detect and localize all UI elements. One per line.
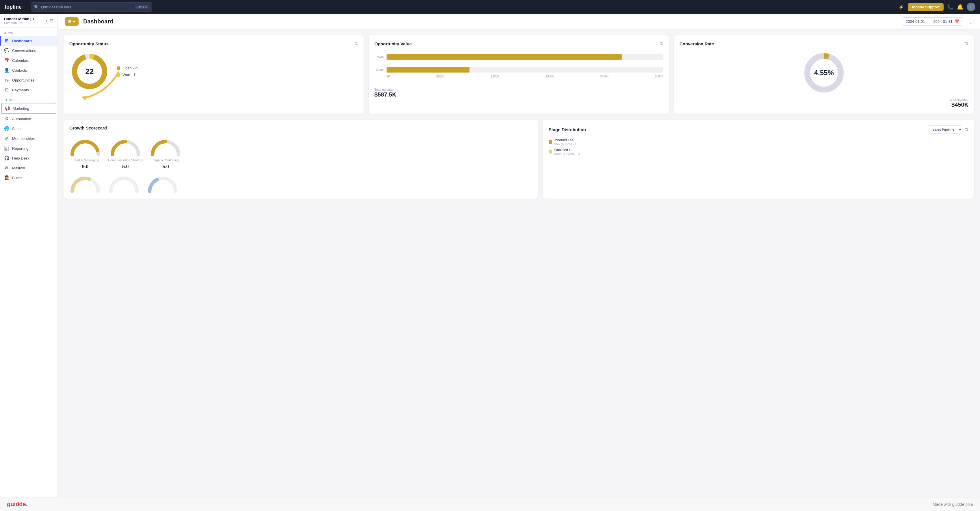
filter-icon[interactable]: ⇅ (965, 41, 969, 46)
scorecard-value-brand: 9.0 (82, 164, 88, 169)
bar-label-open: Open (374, 68, 384, 72)
card-title: Opportunity Status (69, 41, 109, 46)
topnav: topline 🔍 Quick search here Ctrl + K ⚡ t… (0, 0, 980, 14)
date-end: 2024-01-31 (934, 19, 953, 24)
scorecard-value-comm: 5.0 (122, 164, 129, 169)
bottom-row: Growth Scorecard Brand & Messaging 9.0 (64, 119, 974, 199)
sidebar-item-butler[interactable]: 🤵 Butler (0, 173, 57, 183)
total-revenue-label: Total revenue (374, 88, 396, 91)
conversion-pct: 4.55% (814, 69, 834, 77)
gauge-organic-svg (150, 137, 181, 156)
gauge-extra1 (69, 174, 101, 193)
workspace-chevron-icon: ▾ (46, 19, 48, 23)
card-header: Stage Distribution Sales Pipeline ⇅ (549, 126, 969, 134)
sidebar-item-mailfold[interactable]: ✉ Mailfold (0, 163, 57, 173)
sidebar-item-calendars[interactable]: 📅 Calendars (0, 56, 57, 65)
stat-row: Total revenue $587.5K (374, 84, 663, 98)
scorecard-label-brand: Brand & Messaging (72, 158, 99, 162)
sidebar-item-contacts[interactable]: 👤 Contacts (0, 65, 57, 75)
payments-icon: ⊟ (4, 87, 9, 92)
content-area: ⊞ ▾ Dashboard 2024-01-01 → 2024-01-31 📅 … (58, 14, 980, 497)
sidebar-item-label: Opportunities (12, 78, 34, 82)
sidebar-item-marketing[interactable]: 📢 Marketing (1, 103, 56, 114)
layout-icon[interactable]: ⊟ (50, 18, 53, 24)
svg-marker-3 (81, 96, 87, 100)
sidebar-item-label: Help Desk (12, 156, 29, 161)
calendars-icon: 📅 (4, 58, 9, 63)
search-bar[interactable]: 🔍 Quick search here Ctrl + K (31, 2, 152, 11)
mailfold-icon: ✉ (4, 165, 9, 170)
won-revenue-stat: Won revenue $450K (679, 98, 969, 108)
sidebar-item-label: Mailfold (12, 166, 25, 170)
filter-icon[interactable]: ⇅ (965, 127, 969, 132)
stage-controls: Sales Pipeline ⇅ (928, 126, 969, 134)
legend-item-open: Open - 21 (117, 66, 139, 70)
sidebar-item-payments[interactable]: ⊟ Payments (0, 85, 57, 95)
marketing-icon: 📢 (5, 106, 10, 111)
pipeline-select[interactable]: Sales Pipeline (928, 126, 963, 134)
scorecard-item-organic: Organic Marketing 5.0 (150, 137, 181, 169)
topnav-right: ⚡ topline Support 📞 🔔 U (899, 3, 975, 11)
sidebar-item-conversations[interactable]: 💬 Conversations (0, 46, 57, 56)
sidebar-item-helpdesk[interactable]: 🎧 Help Desk (0, 153, 57, 163)
sidebar-item-dashboard[interactable]: ⊞ Dashboard (0, 36, 57, 46)
scorecard-items: Brand & Messaging 9.0 Communication Stra… (69, 135, 533, 169)
more-options-icon[interactable]: ⋮ (968, 19, 973, 25)
sidebar-item-label: Conversations (12, 49, 36, 53)
donut-chart: 22 (69, 51, 110, 92)
page-title: Dashboard (83, 18, 113, 25)
x-label-4: $400K (600, 75, 609, 78)
bar-label-won: Won (374, 55, 384, 59)
stage-label-0: Inbound Lea... (554, 138, 577, 142)
card-title: Opportunity Value (374, 41, 412, 46)
sites-icon: 🌐 (4, 126, 9, 131)
bar-fill-open (387, 67, 469, 73)
sidebar-item-label: Butler (12, 176, 22, 180)
search-placeholder-text: Quick search here (41, 5, 72, 9)
view-button-chevron: ▾ (73, 19, 75, 24)
x-label-2: $200K (491, 75, 499, 78)
opportunities-icon: ◎ (4, 78, 9, 83)
gauge-extra3 (147, 174, 178, 193)
support-button[interactable]: topline Support (908, 3, 943, 11)
card-header: Growth Scorecard (69, 126, 533, 131)
workspace-selector[interactable]: Dunder Mifflin [D... Scranton, PA ▾ ⊟ (0, 14, 57, 28)
sidebar-item-automation[interactable]: ⚙ Automation (0, 114, 57, 124)
filter-icon[interactable]: ⇅ (355, 41, 358, 46)
sidebar-item-sites[interactable]: 🌐 Sites (0, 124, 57, 134)
x-label-0: $0 (387, 75, 390, 78)
sidebar-item-label: Automation (12, 117, 31, 121)
won-label: Won - 1 (123, 73, 135, 77)
bell-icon[interactable]: 🔔 (957, 4, 963, 10)
stage-legend: Inbound Lea... $5K (4.76%) - 1 Qualified… (549, 138, 969, 156)
automation-icon: ⚙ (4, 116, 9, 121)
bar-bg-won (387, 54, 663, 60)
bar-chart: Won Open (374, 51, 663, 81)
sidebar-item-opportunities[interactable]: ◎ Opportunities (0, 75, 57, 85)
dashboard-view-button[interactable]: ⊞ ▾ (65, 18, 79, 26)
stage-legend-item-1: Qualified t... $60K (14.29%) - 3 (549, 148, 969, 156)
grid-icon: ⊞ (68, 19, 72, 24)
card-header: Conversion Rate ⇅ (679, 41, 969, 46)
lightning-icon[interactable]: ⚡ (899, 4, 904, 10)
workspace-name: Dunder Mifflin [D... (4, 17, 38, 21)
stage-sub-1: $60K (14.29%) - 3 (554, 152, 580, 156)
date-range-picker[interactable]: 2024-01-01 → 2024-01-31 📅 (902, 18, 963, 26)
avatar[interactable]: U (967, 3, 975, 11)
search-icon: 🔍 (34, 5, 39, 9)
won-revenue-value: $450K (679, 102, 969, 108)
workspace-sub: Scranton, PA (4, 21, 38, 25)
donut-legend: Open - 21 Won - 1 (117, 66, 139, 77)
stage-dot-0 (549, 140, 552, 144)
filter-icon[interactable]: ⇅ (660, 41, 663, 46)
top-row: Opportunity Status ⇅ (64, 35, 974, 114)
sidebar-item-label: Marketing (13, 107, 29, 111)
sidebar-item-memberships[interactable]: ◎ Memberships (0, 134, 57, 143)
guidde-logo: guidde. (7, 501, 27, 508)
conversion-donut: 4.55% (802, 51, 846, 94)
stage-text-1: Qualified t... $60K (14.29%) - 3 (554, 148, 580, 156)
sidebar-item-reporting[interactable]: 📊 Reporting (0, 143, 57, 153)
butler-icon: 🤵 (4, 175, 9, 180)
conversion-container: 4.55% Won revenue $450K (679, 51, 969, 108)
phone-icon[interactable]: 📞 (947, 4, 953, 10)
